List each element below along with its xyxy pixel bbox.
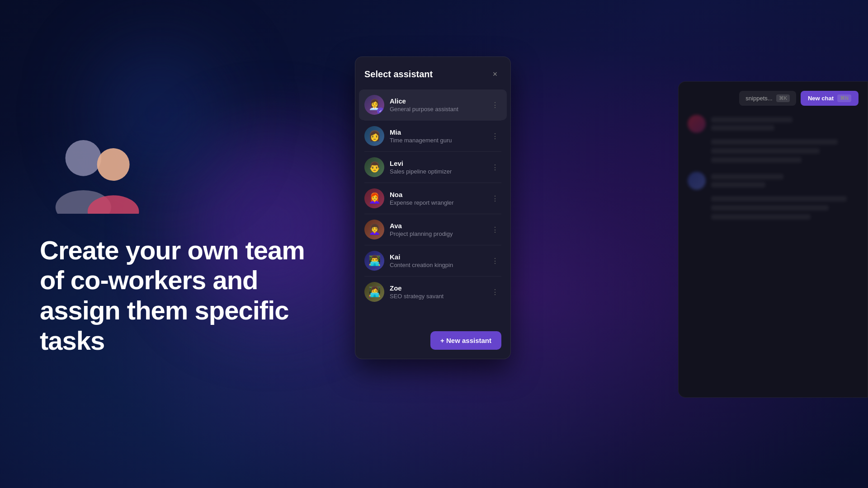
assistant-role-noa: Expense report wrangler: [390, 199, 489, 206]
assistant-name-ava: Ava: [390, 222, 489, 230]
assistant-role-zoe: SEO strategy savant: [390, 293, 489, 300]
more-options-button-levi[interactable]: ⋮: [489, 161, 501, 174]
assistant-name-alice: Alice: [390, 97, 489, 105]
assistant-name-noa: Noa: [390, 191, 489, 198]
assistant-role-mia: Time management guru: [390, 137, 489, 144]
snippets-kbd: ⌘K: [776, 94, 790, 102]
assistant-info-alice: AliceGeneral purpose assistant: [390, 97, 489, 113]
assistant-item-noa[interactable]: 👩‍🦰NoaExpense report wrangler⋮: [359, 183, 507, 214]
hero-headline: Create your own team of co-workers and a…: [40, 235, 320, 356]
assistant-name-levi: Levi: [390, 160, 489, 167]
select-assistant-modal: Select assistant × 👩‍💼✓AliceGeneral purp…: [355, 56, 511, 359]
more-options-button-mia[interactable]: ⋮: [489, 130, 501, 142]
assistant-item-ava[interactable]: 👩‍🦱AvaProject planning prodigy⋮: [359, 214, 507, 245]
more-options-button-kai[interactable]: ⋮: [489, 254, 501, 267]
assistant-name-zoe: Zoe: [390, 284, 489, 292]
avatar-illustration: [40, 132, 148, 214]
left-content: Create your own team of co-workers and a…: [0, 0, 353, 488]
modal-footer: + New assistant: [355, 324, 510, 359]
assistant-item-alice[interactable]: 👩‍💼✓AliceGeneral purpose assistant⋮: [359, 89, 507, 120]
assistant-role-kai: Content creation kingpin: [390, 262, 489, 268]
assistant-info-noa: NoaExpense report wrangler: [390, 191, 489, 206]
assistant-list: 👩‍💼✓AliceGeneral purpose assistant⋮👩MiaT…: [355, 89, 510, 324]
snippets-label: snippets...: [745, 95, 772, 102]
snippets-button[interactable]: snippets... ⌘K: [739, 91, 796, 106]
assistant-info-zoe: ZoeSEO strategy savant: [390, 284, 489, 300]
assistant-role-levi: Sales pipeline optimizer: [390, 168, 489, 175]
new-chat-kbd: ⌘N: [837, 94, 851, 102]
new-assistant-button[interactable]: + New assistant: [430, 331, 501, 350]
assistant-item-levi[interactable]: 👨LeviSales pipeline optimizer⋮: [359, 152, 507, 183]
assistant-item-zoe[interactable]: 👩‍💻ZoeSEO strategy savant⋮: [359, 277, 507, 307]
modal-title: Select assistant: [364, 69, 433, 80]
assistant-info-levi: LeviSales pipeline optimizer: [390, 160, 489, 175]
assistant-name-mia: Mia: [390, 128, 489, 136]
svg-point-2: [97, 148, 130, 181]
right-panel: snippets... ⌘K New chat ⌘N: [678, 81, 868, 398]
selected-check-icon: ✓: [377, 108, 384, 115]
assistant-avatar-noa: 👩‍🦰: [364, 188, 384, 208]
assistant-item-kai[interactable]: 👨‍💻KaiContent creation kingpin⋮: [359, 245, 507, 276]
more-options-button-ava[interactable]: ⋮: [489, 223, 501, 236]
right-panel-toolbar: snippets... ⌘K New chat ⌘N: [688, 91, 859, 106]
assistant-avatar-ava: 👩‍🦱: [364, 220, 384, 239]
more-options-button-noa[interactable]: ⋮: [489, 192, 501, 205]
chat-content-blurred: [688, 115, 859, 220]
assistant-avatar-mia: 👩: [364, 126, 384, 146]
more-options-button-alice[interactable]: ⋮: [489, 99, 501, 111]
assistant-info-kai: KaiContent creation kingpin: [390, 253, 489, 268]
svg-point-0: [66, 140, 102, 176]
assistant-item-mia[interactable]: 👩MiaTime management guru⋮: [359, 121, 507, 151]
assistant-info-ava: AvaProject planning prodigy: [390, 222, 489, 237]
assistant-info-mia: MiaTime management guru: [390, 128, 489, 144]
assistant-avatar-alice: 👩‍💼✓: [364, 95, 384, 115]
assistant-name-kai: Kai: [390, 253, 489, 261]
modal-close-button[interactable]: ×: [489, 68, 501, 80]
new-chat-button[interactable]: New chat ⌘N: [801, 91, 859, 106]
assistant-avatar-zoe: 👩‍💻: [364, 282, 384, 302]
modal-header: Select assistant ×: [355, 57, 510, 89]
assistant-avatar-kai: 👨‍💻: [364, 251, 384, 271]
assistant-role-alice: General purpose assistant: [390, 106, 489, 113]
assistant-role-ava: Project planning prodigy: [390, 230, 489, 237]
assistant-avatar-levi: 👨: [364, 157, 384, 177]
more-options-button-zoe[interactable]: ⋮: [489, 286, 501, 298]
new-chat-label: New chat: [808, 95, 834, 102]
